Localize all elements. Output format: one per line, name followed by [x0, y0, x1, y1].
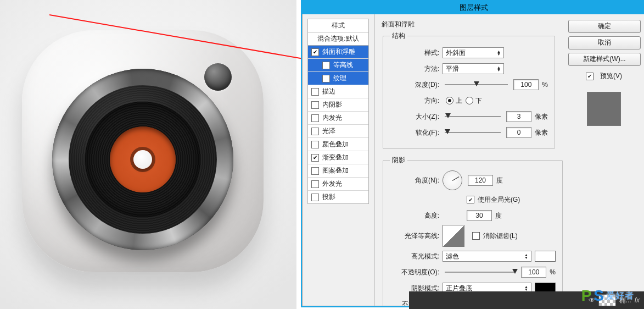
new-style-button[interactable]: 新建样式(W)...: [568, 53, 641, 66]
structure-group: 结构 样式: 外斜面 ▲▼ 方法: 平滑 ▲▼ 深度(D):: [383, 31, 555, 149]
effect-texture_sub[interactable]: 纹理: [308, 72, 368, 85]
altitude-label: 高度:: [390, 211, 443, 220]
global-light-check[interactable]: [467, 196, 474, 203]
direction-down-radio[interactable]: [466, 97, 473, 104]
structure-legend: 结构: [390, 31, 407, 41]
effects-side: 样式 混合选项:默认 斜面和浮雕等高线纹理描边内阴影内发光光泽颜色叠加渐变叠加图…: [302, 14, 375, 306]
size-label: 大小(Z):: [390, 112, 443, 122]
cancel-button[interactable]: 取消: [568, 36, 641, 49]
preview-label: 预览(V): [600, 71, 622, 81]
direction-up-radio[interactable]: [446, 97, 453, 104]
effect-inner_shadow[interactable]: 内阴影: [308, 98, 368, 112]
caret-icon: ▲▼: [524, 285, 528, 291]
soften-label: 软化(F):: [390, 128, 443, 137]
highlight-mode-select[interactable]: 滤色 ▲▼: [443, 251, 531, 262]
effect-check-drop_shadow[interactable]: [311, 194, 319, 201]
icon-speaker: [52, 69, 233, 250]
hi-opacity-unit: %: [550, 268, 556, 276]
gloss-contour[interactable]: [443, 225, 464, 247]
logo-text: 爱好者: [606, 290, 634, 302]
effect-check-inner_shadow[interactable]: [311, 101, 319, 109]
preview-check[interactable]: [586, 73, 593, 80]
highlight-swatch[interactable]: [535, 251, 556, 262]
highlight-mode-label: 高光模式:: [390, 252, 443, 261]
logo-s: S: [593, 287, 604, 305]
hi-opacity-input[interactable]: 100: [521, 267, 546, 278]
effect-grad_ovl[interactable]: 渐变叠加: [308, 151, 368, 164]
dialog-title[interactable]: 图层样式: [302, 1, 644, 14]
style-value: 外斜面: [446, 48, 466, 58]
logo-p: P: [581, 287, 592, 305]
effect-color_ovl[interactable]: 颜色叠加: [308, 138, 368, 151]
global-light-label: 使用全局光(G): [478, 195, 520, 205]
effect-label-outer_glow: 外发光: [322, 179, 342, 189]
effect-label-grad_ovl: 渐变叠加: [322, 153, 349, 162]
soften-input[interactable]: 0: [506, 127, 531, 138]
side-header-blend[interactable]: 混合选项:默认: [307, 32, 369, 46]
altitude-input[interactable]: 30: [467, 210, 492, 221]
caret-icon: ▲▼: [497, 50, 501, 56]
method-select[interactable]: 平滑 ▲▼: [443, 63, 504, 74]
soften-unit: 像素: [535, 128, 548, 137]
effect-check-texture_sub[interactable]: [322, 75, 330, 82]
depth-unit: %: [542, 81, 548, 89]
effect-label-inner_glow: 内发光: [322, 113, 342, 123]
effect-label-satin: 光泽: [322, 126, 335, 136]
effect-inner_glow[interactable]: 内发光: [308, 112, 368, 125]
depth-slider[interactable]: [445, 84, 508, 85]
direction-up-text: 上: [456, 96, 462, 106]
soften-slider[interactable]: [445, 132, 501, 133]
caret-icon: ▲▼: [524, 253, 528, 259]
style-select[interactable]: 外斜面 ▲▼: [443, 47, 504, 58]
icon-tile: [22, 30, 264, 272]
effect-label-contour_sub: 等高线: [333, 60, 353, 70]
ok-button[interactable]: 确定: [568, 20, 641, 33]
angle-input[interactable]: 120: [468, 175, 493, 186]
effect-check-grad_ovl[interactable]: [311, 154, 319, 162]
shade-group: 阴影 角度(N): 120 度 使用全局光(G) 高度:: [383, 156, 563, 306]
effect-label-inner_shadow: 内阴影: [322, 100, 342, 109]
ring-center: [133, 150, 152, 169]
fx-icon[interactable]: fx: [635, 296, 640, 304]
style-label: 样式:: [390, 48, 443, 58]
size-slider[interactable]: [445, 116, 501, 117]
effect-contour_sub[interactable]: 等高线: [308, 59, 368, 72]
effect-check-color_ovl[interactable]: [311, 141, 319, 148]
effect-drop_shadow[interactable]: 投影: [308, 191, 368, 203]
icon-dot: [204, 63, 232, 91]
effect-check-outer_glow[interactable]: [311, 180, 319, 188]
effect-check-stroke[interactable]: [311, 88, 319, 96]
depth-input[interactable]: 100: [513, 79, 539, 90]
bevel-form: 斜面和浮雕 结构 样式: 外斜面 ▲▼ 方法: 平滑 ▲▼: [375, 14, 563, 306]
effect-stroke[interactable]: 描边: [308, 85, 368, 98]
angle-label: 角度(N):: [390, 176, 443, 185]
effect-label-pat_ovl: 图案叠加: [322, 166, 349, 175]
effect-pat_ovl[interactable]: 图案叠加: [308, 164, 368, 178]
effect-label-drop_shadow: 投影: [322, 192, 335, 202]
method-value: 平滑: [446, 64, 459, 74]
effect-outer_glow[interactable]: 外发光: [308, 178, 368, 191]
effect-check-pat_ovl[interactable]: [311, 167, 319, 175]
effects-list: 斜面和浮雕等高线纹理描边内阴影内发光光泽颜色叠加渐变叠加图案叠加外发光投影: [307, 46, 369, 204]
effect-bevel[interactable]: 斜面和浮雕: [308, 46, 368, 59]
side-header-styles[interactable]: 样式: [307, 19, 369, 32]
effect-satin[interactable]: 光泽: [308, 125, 368, 138]
effect-label-bevel: 斜面和浮雕: [322, 47, 355, 57]
effect-check-bevel[interactable]: [311, 48, 319, 56]
effect-check-inner_glow[interactable]: [311, 114, 319, 122]
bevel-section-title: 斜面和浮雕: [382, 20, 556, 29]
direction-down-text: 下: [475, 96, 482, 106]
effect-check-contour_sub[interactable]: [322, 62, 330, 69]
hi-opacity-slider[interactable]: [445, 272, 516, 273]
effect-check-satin[interactable]: [311, 128, 319, 135]
antialias-check[interactable]: [472, 232, 480, 240]
highlight-mode-value: 滤色: [446, 252, 459, 261]
direction-label: 方向:: [390, 96, 443, 106]
size-input[interactable]: 3: [506, 111, 531, 122]
angle-dial[interactable]: [443, 170, 462, 190]
effect-label-color_ovl: 颜色叠加: [322, 140, 349, 149]
layer-style-dialog: 图层样式 样式 混合选项:默认 斜面和浮雕等高线纹理描边内阴影内发光光泽颜色叠加…: [301, 0, 644, 307]
caret-icon: ▲▼: [497, 66, 501, 71]
depth-label: 深度(D):: [390, 80, 443, 90]
effect-label-texture_sub: 纹理: [333, 74, 346, 83]
